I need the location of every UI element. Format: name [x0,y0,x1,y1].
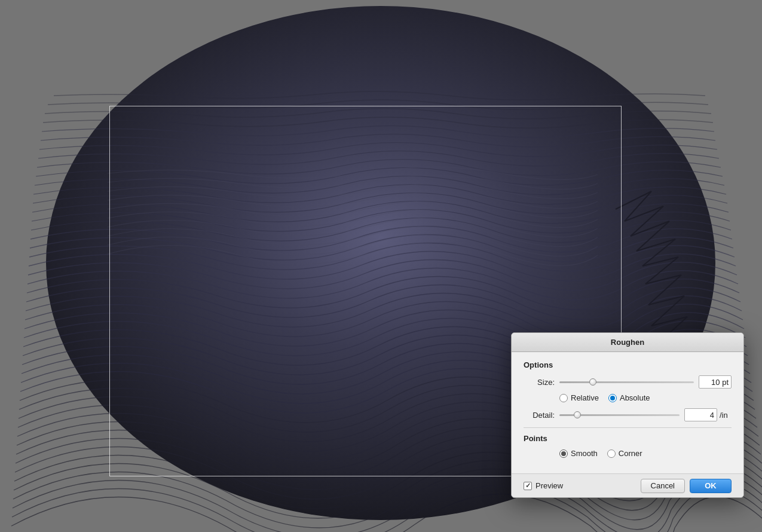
bottom-row: Preview Cancel OK [524,479,732,493]
relative-radio[interactable] [559,394,568,402]
detail-unit-label: /in [720,411,732,420]
detail-label: Detail: [524,411,555,420]
absolute-label: Absolute [620,393,650,402]
preview-label: Preview [535,481,563,490]
smooth-radio[interactable] [559,450,568,458]
size-label: Size: [524,378,555,387]
size-slider-track [559,381,694,383]
smooth-option[interactable]: Smooth [559,449,598,458]
options-section-label: Options [524,360,732,369]
smooth-label: Smooth [571,449,598,458]
divider [524,427,732,428]
preview-checkbox-container[interactable]: Preview [524,481,563,490]
detail-slider-track [559,414,680,416]
detail-value-input[interactable] [684,408,717,421]
cancel-button[interactable]: Cancel [641,479,685,493]
relative-option[interactable]: Relative [559,393,599,402]
corner-label: Corner [619,449,642,458]
absolute-radio[interactable] [608,394,617,402]
detail-slider-thumb[interactable] [574,411,581,418]
corner-radio[interactable] [607,450,616,458]
dialog-body: Options Size: Relative Absolute [512,352,743,473]
size-slider-container[interactable] [559,377,694,387]
absolute-option[interactable]: Absolute [608,393,650,402]
corner-option[interactable]: Corner [607,449,642,458]
detail-row: Detail: /in [524,408,732,421]
relative-label: Relative [571,393,599,402]
size-slider-thumb[interactable] [589,378,596,386]
preview-checkbox[interactable] [524,482,532,490]
ok-button[interactable]: OK [690,479,732,493]
detail-slider-container[interactable] [559,410,680,420]
dialog-titlebar: Roughen [512,333,743,352]
dialog-bottom: Preview Cancel OK [512,473,743,497]
dialog-title: Roughen [611,338,644,347]
size-value-input[interactable] [699,375,732,389]
preview-left: Preview [524,481,641,490]
size-row: Size: [524,375,732,389]
preview-right: Cancel OK [641,479,732,493]
points-radio-row: Smooth Corner [559,449,732,458]
roughen-dialog: Roughen Options Size: Relative [511,332,744,498]
size-radio-row: Relative Absolute [559,393,732,402]
points-section-label: Points [524,434,732,443]
